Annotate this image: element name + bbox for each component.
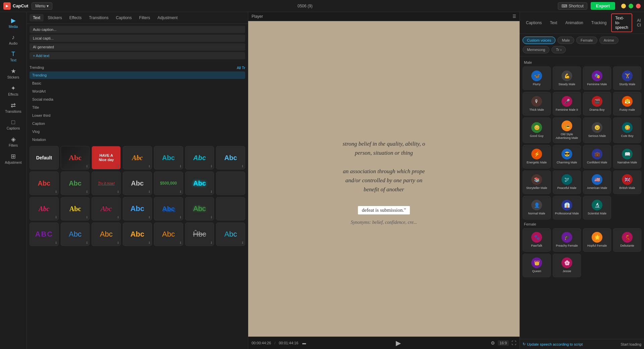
style-card-23[interactable]: Abc ⬇ bbox=[154, 222, 183, 246]
tab-text-to-speech[interactable]: Text-to-speech bbox=[611, 13, 632, 32]
voice-confident-male[interactable]: 💼 Confident Male bbox=[583, 145, 611, 168]
tab-animation[interactable]: Animation bbox=[562, 19, 586, 27]
style-card-25[interactable]: Abc ⬇ bbox=[216, 222, 245, 246]
voice-jessie[interactable]: 🌸 Jessie bbox=[553, 254, 581, 277]
style-card-13[interactable]: Abc ⬇ bbox=[61, 197, 90, 220]
style-nav-social[interactable]: Social media bbox=[30, 96, 245, 103]
style-card-17[interactable]: Abc ⬇ bbox=[185, 197, 214, 220]
style-card-16[interactable]: Abc ⬇ bbox=[154, 197, 183, 220]
menu-button[interactable]: Menu ▾ bbox=[32, 2, 52, 10]
style-card-1[interactable]: Abc ⬇ bbox=[61, 146, 90, 169]
style-card-12[interactable]: Abc ⬇ bbox=[30, 197, 59, 220]
player-menu-icon[interactable]: ☰ bbox=[513, 14, 516, 19]
tab-captions[interactable]: Captions bbox=[112, 14, 135, 21]
voice-feminine-male[interactable]: 🎭 Feminine Male bbox=[583, 66, 611, 90]
start-loading-button[interactable]: Start loading bbox=[621, 342, 641, 346]
style-card-24[interactable]: Ĥbc ⬇ bbox=[185, 222, 214, 246]
voice-peaceful-male[interactable]: 🕊 Peaceful Male bbox=[553, 170, 581, 194]
sidebar-item-captions[interactable]: □ Captions bbox=[2, 117, 25, 132]
style-card-default[interactable]: Default bbox=[30, 146, 59, 169]
minimize-button[interactable] bbox=[621, 4, 626, 8]
tab-text[interactable]: Text bbox=[546, 19, 560, 27]
voice-debutante[interactable]: 💃 Debutante bbox=[613, 228, 641, 252]
filter-more[interactable]: Tr › bbox=[551, 46, 566, 53]
style-nav-vlog[interactable]: Vlog bbox=[30, 128, 245, 135]
timeline-icon[interactable]: ▬ bbox=[302, 341, 306, 345]
style-nav-title[interactable]: Title bbox=[30, 104, 245, 111]
filter-male[interactable]: Male bbox=[557, 37, 574, 44]
style-card-9[interactable]: Abc ⬇ bbox=[123, 171, 152, 195]
voice-good-guy[interactable]: 😊 Good Guy bbox=[523, 117, 551, 143]
style-nav-trending[interactable]: Trending bbox=[30, 71, 245, 79]
filter-anime[interactable]: Anime bbox=[599, 37, 619, 44]
voice-energetic-male[interactable]: ⚡ Energetic Male bbox=[523, 145, 551, 168]
voice-thick-male[interactable]: 🎙 Thick Male bbox=[523, 92, 551, 115]
sidebar-item-stickers[interactable]: ★ Stickers bbox=[2, 65, 25, 81]
voice-charming-male[interactable]: 😎 Charming Male bbox=[553, 145, 581, 168]
voice-steady-male[interactable]: 💪 Steady Male bbox=[553, 66, 581, 90]
add-text-button[interactable]: + Add text bbox=[30, 52, 245, 59]
style-card-20[interactable]: Abc ⬇ bbox=[61, 222, 90, 246]
export-button[interactable]: Export bbox=[591, 2, 615, 10]
voice-flurry[interactable]: 🦋 Flurry bbox=[523, 66, 551, 90]
voice-drama-boy[interactable]: 🎬 Drama Boy bbox=[583, 92, 611, 115]
sidebar-item-effects[interactable]: ✦ Effects bbox=[2, 83, 25, 98]
filter-custom-voices[interactable]: Custom voices bbox=[523, 37, 555, 44]
tab-transitions[interactable]: Transitions bbox=[86, 14, 112, 21]
voice-scientist-male[interactable]: 🔬 Scientist Male bbox=[583, 196, 611, 219]
style-card-14[interactable]: Abc ⬇ bbox=[92, 197, 121, 220]
voice-serious-male[interactable]: 😐 Serious Male bbox=[583, 117, 611, 143]
voice-pawtalk[interactable]: 🐾 PawTalk bbox=[523, 228, 551, 252]
style-card-money[interactable]: $500,000 ⬇ bbox=[154, 171, 183, 195]
style-card-4[interactable]: Abc ⬇ bbox=[154, 146, 183, 169]
sidebar-item-text[interactable]: T Text bbox=[2, 49, 25, 64]
local-caption-button[interactable]: Local capti... bbox=[30, 35, 245, 42]
style-nav-notation[interactable]: Notation bbox=[30, 136, 245, 143]
style-card-22[interactable]: Abc ⬇ bbox=[123, 222, 152, 246]
settings-icon[interactable]: ⚙ bbox=[491, 340, 495, 346]
all-styles-link[interactable]: All Tr bbox=[237, 66, 245, 70]
style-nav-basic[interactable]: Basic bbox=[30, 80, 245, 87]
style-card-19[interactable]: ABC ⬇ bbox=[30, 222, 59, 246]
voice-cute-boy[interactable]: 😋 Cute Boy bbox=[613, 117, 641, 143]
voice-preachy-female[interactable]: 🎓 Preachy Female bbox=[553, 228, 581, 252]
voice-american-male[interactable]: 🇺🇸 American Male bbox=[583, 170, 611, 194]
style-card-11[interactable] bbox=[216, 171, 245, 195]
style-nav-wordart[interactable]: WordArt bbox=[30, 88, 245, 95]
sidebar-item-adjustment[interactable]: ⊞ Adjustment bbox=[2, 151, 25, 166]
sidebar-item-audio[interactable]: ♪ Audio bbox=[2, 32, 25, 47]
ai-generated-button[interactable]: AI generated bbox=[30, 43, 245, 51]
sidebar-item-media[interactable]: ▶ Media bbox=[2, 15, 25, 31]
sidebar-item-transitions[interactable]: ⇄ Transitions bbox=[2, 100, 25, 115]
tab-adjustment[interactable]: Adjustment bbox=[154, 14, 181, 21]
style-card-18[interactable] bbox=[216, 197, 245, 220]
filter-memesong[interactable]: Memesong bbox=[523, 46, 549, 53]
style-card-3[interactable]: Abc ⬇ bbox=[123, 146, 152, 169]
maximize-button[interactable] bbox=[629, 4, 633, 8]
style-nav-lower-third[interactable]: Lower third bbox=[30, 112, 245, 119]
style-card-6[interactable]: Abc ⬇ bbox=[216, 146, 245, 169]
style-card-7[interactable]: Abc ⬇ bbox=[30, 171, 59, 195]
shortcut-button[interactable]: ⌨ Shortcut bbox=[558, 2, 587, 10]
style-card-21[interactable]: Abc ⬇ bbox=[92, 222, 121, 246]
filter-female[interactable]: Female bbox=[576, 37, 597, 44]
sidebar-item-filters[interactable]: ◈ Filters bbox=[2, 134, 25, 149]
tab-stickers[interactable]: Stickers bbox=[44, 14, 65, 21]
voice-feminine-male-ii[interactable]: 🎤 Feminine Male II bbox=[553, 92, 581, 115]
voice-normal-male[interactable]: 👤 Normal Male bbox=[523, 196, 551, 219]
style-card-tryitnow[interactable]: Try it now! ⬇ bbox=[92, 171, 121, 195]
voice-professional-male[interactable]: 👔 Professional Male bbox=[553, 196, 581, 219]
tab-text[interactable]: Text bbox=[30, 14, 44, 21]
style-card-10[interactable]: Abc ⬇ bbox=[185, 171, 214, 195]
close-button[interactable] bbox=[636, 4, 641, 8]
voice-queen[interactable]: 👑 Queen bbox=[523, 254, 551, 277]
tab-tracking[interactable]: Tracking bbox=[588, 19, 610, 27]
voice-storyteller-male[interactable]: 📚 Storyteller Male bbox=[523, 170, 551, 194]
tab-effects[interactable]: Effects bbox=[66, 14, 85, 21]
voice-fussy-male[interactable]: 😤 Fussy male bbox=[613, 92, 641, 115]
style-card-nicday[interactable]: HAVE ANice day ⬇ bbox=[92, 146, 121, 169]
voice-british-male[interactable]: 🇬🇧 British Male bbox=[613, 170, 641, 194]
play-button[interactable]: ▶ bbox=[396, 339, 401, 347]
style-card-15[interactable]: Abc ⬇ bbox=[123, 197, 152, 220]
tab-ai-ci[interactable]: AI CI bbox=[634, 16, 644, 29]
